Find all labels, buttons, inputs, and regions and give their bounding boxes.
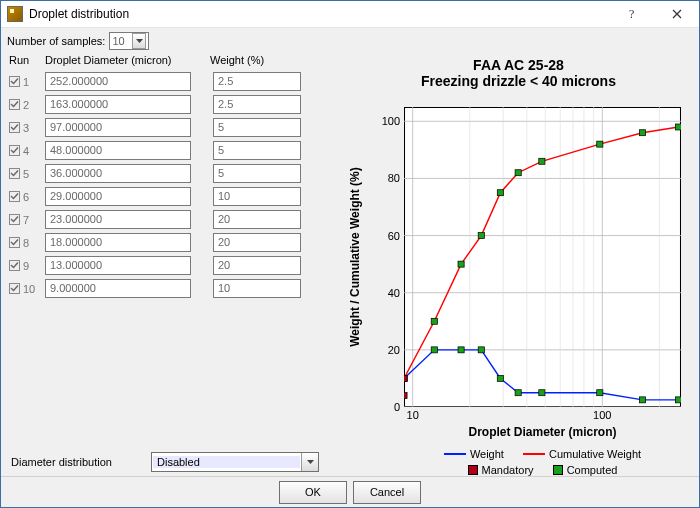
svg-rect-45 [597, 390, 603, 396]
run-number: 6 [23, 191, 29, 203]
svg-rect-42 [497, 375, 503, 381]
diameter-input[interactable]: 163.000000 [45, 95, 191, 114]
run-cell: 5 [9, 168, 45, 180]
diameter-input[interactable]: 48.000000 [45, 141, 191, 160]
svg-rect-51 [478, 233, 484, 239]
diameter-input[interactable]: 18.000000 [45, 233, 191, 252]
run-checkbox[interactable] [9, 283, 20, 294]
diameter-input[interactable]: 97.000000 [45, 118, 191, 137]
table-row: 818.00000020 [9, 231, 342, 254]
col-diameter-header: Droplet Diameter (micron) [45, 54, 210, 66]
weight-input[interactable]: 20 [213, 210, 301, 229]
weight-input[interactable]: 10 [213, 187, 301, 206]
run-number: 7 [23, 214, 29, 226]
svg-rect-44 [539, 390, 545, 396]
run-number: 3 [23, 122, 29, 134]
run-cell: 8 [9, 237, 45, 249]
run-number: 10 [23, 283, 35, 295]
run-checkbox[interactable] [9, 76, 20, 87]
weight-input[interactable]: 5 [213, 141, 301, 160]
run-cell: 3 [9, 122, 45, 134]
run-checkbox[interactable] [9, 237, 20, 248]
svg-rect-52 [497, 190, 503, 196]
table-row: 913.00000020 [9, 254, 342, 277]
table-row: 1252.0000002.5 [9, 70, 342, 93]
legend-computed-square [553, 465, 563, 475]
run-checkbox[interactable] [9, 260, 20, 271]
ok-button[interactable]: OK [279, 481, 347, 504]
run-cell: 2 [9, 99, 45, 111]
table-row: 448.0000005 [9, 139, 342, 162]
run-checkbox[interactable] [9, 122, 20, 133]
table-row: 629.00000010 [9, 185, 342, 208]
chart-title-line1: FAA AC 25-28 [346, 57, 691, 73]
chart-ylabel: Weight / Cumulative Weight (%) [346, 107, 364, 407]
diameter-input[interactable]: 36.000000 [45, 164, 191, 183]
close-button[interactable] [655, 1, 699, 27]
weight-input[interactable]: 5 [213, 164, 301, 183]
legend-weight: Weight [444, 446, 504, 462]
dialog-window: Droplet distribution ? Number of samples… [0, 0, 700, 508]
num-samples-label: Number of samples: [7, 35, 105, 47]
ytick-label: 0 [376, 401, 400, 413]
run-checkbox[interactable] [9, 145, 20, 156]
run-number: 4 [23, 145, 29, 157]
chart-xticks: 10100 [404, 409, 681, 423]
run-checkbox[interactable] [9, 191, 20, 202]
diameter-input[interactable]: 23.000000 [45, 210, 191, 229]
run-cell: 4 [9, 145, 45, 157]
samples-row: Number of samples: 10 [1, 28, 699, 52]
svg-rect-56 [639, 130, 645, 136]
weight-input[interactable]: 20 [213, 233, 301, 252]
run-cell: 10 [9, 283, 45, 295]
ytick-label: 40 [376, 287, 400, 299]
chart-panel: FAA AC 25-28 Freezing drizzle < 40 micro… [346, 52, 699, 448]
table-row: 536.0000005 [9, 162, 342, 185]
xtick-label: 10 [407, 409, 419, 421]
help-button[interactable]: ? [611, 1, 655, 27]
svg-text:?: ? [629, 8, 634, 20]
svg-rect-43 [515, 390, 521, 396]
chart-xlabel: Droplet Diameter (micron) [404, 425, 681, 439]
legend-cumulative: Cumulative Weight [523, 446, 641, 462]
weight-input[interactable]: 2.5 [213, 72, 301, 91]
num-samples-select[interactable]: 10 [109, 32, 149, 50]
window-title: Droplet distribution [29, 7, 611, 21]
table-row: 397.0000005 [9, 116, 342, 139]
diameter-distribution-value: Disabled [153, 456, 300, 468]
diameter-distribution-combo[interactable]: Disabled [151, 452, 319, 472]
svg-rect-57 [675, 124, 681, 130]
diameter-input[interactable]: 13.000000 [45, 256, 191, 275]
run-number: 9 [23, 260, 29, 272]
weight-input[interactable]: 10 [213, 279, 301, 298]
diameter-input[interactable]: 29.000000 [45, 187, 191, 206]
client-area: Number of samples: 10 Run Droplet Diamet… [1, 28, 699, 507]
svg-rect-1 [405, 108, 681, 407]
table-body: 1252.0000002.52163.0000002.5397.00000054… [9, 70, 342, 300]
ytick-label: 60 [376, 230, 400, 242]
run-cell: 7 [9, 214, 45, 226]
ytick-label: 80 [376, 172, 400, 184]
chevron-down-icon [301, 453, 318, 471]
run-number: 1 [23, 76, 29, 88]
run-checkbox[interactable] [9, 214, 20, 225]
cancel-button[interactable]: Cancel [353, 481, 421, 504]
run-checkbox[interactable] [9, 99, 20, 110]
weight-input[interactable]: 20 [213, 256, 301, 275]
weight-input[interactable]: 2.5 [213, 95, 301, 114]
xtick-label: 100 [593, 409, 611, 421]
svg-rect-55 [597, 141, 603, 147]
num-samples-value: 10 [112, 35, 124, 47]
diameter-input[interactable]: 9.000000 [45, 279, 191, 298]
ytick-label: 100 [376, 115, 400, 127]
chart-title-line2: Freezing drizzle < 40 microns [346, 73, 691, 89]
weight-input[interactable]: 5 [213, 118, 301, 137]
run-cell: 1 [9, 76, 45, 88]
svg-rect-53 [515, 170, 521, 176]
run-checkbox[interactable] [9, 168, 20, 179]
diameter-input[interactable]: 252.000000 [45, 72, 191, 91]
svg-rect-54 [539, 158, 545, 164]
table-row: 2163.0000002.5 [9, 93, 342, 116]
col-run-header: Run [9, 54, 45, 66]
dialog-buttons: OK Cancel [1, 477, 699, 507]
